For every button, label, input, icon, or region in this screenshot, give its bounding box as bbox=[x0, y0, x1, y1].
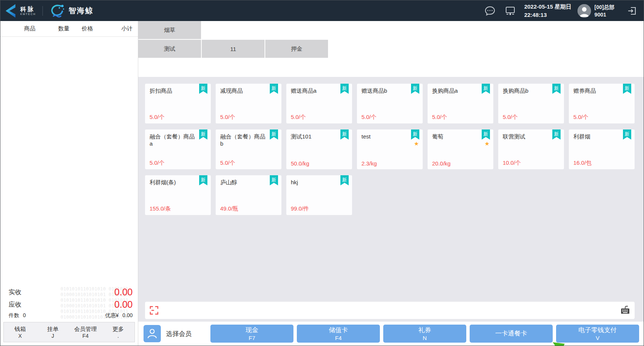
cart-column-headers: 商品 数量 价格 小计 bbox=[0, 21, 138, 37]
product-name: 减现商品 bbox=[220, 87, 277, 94]
product-card[interactable]: 融合（套餐）商品b 新 ★ 5.0/个 bbox=[216, 129, 281, 169]
product-card[interactable]: 利群烟(条) 新 ★ 155.0/条 bbox=[145, 175, 211, 215]
catalog-panel: 烟草 测试 11 押金 折扣商品 新 ★ 5.0/个 减现商品 新 ★ 5.0/… bbox=[138, 21, 644, 346]
product-name: 融合（套餐）商品b bbox=[220, 133, 277, 147]
payment-label: 现金 bbox=[246, 326, 259, 334]
category-tab-label: 11 bbox=[230, 46, 236, 52]
product-price: 49.0/瓶 bbox=[220, 205, 238, 212]
user-id: 9001 bbox=[594, 11, 614, 18]
received-label: 实收 bbox=[9, 288, 21, 296]
payment-shortcut: F4 bbox=[335, 334, 342, 341]
product-card[interactable]: 葡萄 新 ★ 20.0/kg bbox=[428, 129, 493, 169]
cart-action-button[interactable]: 更多 . bbox=[102, 322, 135, 342]
payment-button[interactable]: 现金 F7 bbox=[210, 325, 293, 343]
display-icon[interactable] bbox=[505, 6, 516, 16]
payment-footer: 选择会员 现金 F7 储值卡 F4 礼券 N 一卡通餐卡 电子零钱支付 V bbox=[138, 322, 644, 346]
product-price: 5.0/个 bbox=[573, 114, 588, 121]
cart-action-button[interactable]: 会员管理 F4 bbox=[69, 322, 102, 342]
date-text: 2022-05-15 星期日 bbox=[524, 3, 571, 11]
count-value: 0 bbox=[23, 312, 26, 318]
whale-logo-icon bbox=[49, 3, 66, 18]
category-tab-label: 烟草 bbox=[164, 27, 175, 34]
topbar: 科脉 KMTECH 智海鲸 bbox=[0, 0, 644, 21]
payment-button[interactable]: 礼券 N bbox=[383, 325, 466, 343]
logout-icon[interactable] bbox=[627, 6, 637, 16]
action-shortcut: X bbox=[18, 332, 22, 339]
category-tab-label: 测试 bbox=[164, 45, 175, 53]
product-card[interactable]: 测试101 新 ★ 50.0/kg bbox=[286, 129, 352, 169]
product-price: 5.0/个 bbox=[291, 114, 306, 121]
product-card[interactable]: 联营测试 新 ★ 10.0/个 bbox=[498, 129, 564, 169]
product-price: 5.0/个 bbox=[503, 114, 518, 121]
barcode-input[interactable] bbox=[162, 302, 617, 319]
product-name: 折扣商品 bbox=[150, 87, 206, 94]
cart-panel: 商品 数量 价格 小计 0101010110101010 0101011 010… bbox=[0, 21, 138, 346]
product-card[interactable]: test 新 ★ 2.3/kg bbox=[357, 129, 423, 169]
cart-action-button[interactable]: 挂单 J bbox=[36, 322, 69, 342]
product-name-logo: 智海鲸 bbox=[69, 6, 94, 16]
product-name: 赠送商品b bbox=[361, 87, 418, 94]
product-price: 5.0/个 bbox=[361, 114, 376, 121]
payment-label: 储值卡 bbox=[329, 326, 348, 334]
cart-summary: 0101010110101010 0101011 010001010101010… bbox=[0, 285, 138, 320]
action-label: 钱箱 bbox=[15, 325, 26, 332]
kmtech-subtext: KMTECH bbox=[20, 12, 36, 16]
time-text: 22:48:13 bbox=[524, 11, 571, 19]
action-label: 会员管理 bbox=[74, 325, 97, 332]
product-name: 测试101 bbox=[291, 133, 348, 140]
product-name: hkj bbox=[291, 179, 348, 186]
product-price: 5.0/个 bbox=[150, 114, 165, 121]
cart-action-button[interactable]: 钱箱 X bbox=[4, 322, 36, 342]
pos-app: 科脉 KMTECH 智海鲸 bbox=[0, 0, 644, 346]
product-card[interactable]: 庐山醇 新 ★ 49.0/瓶 bbox=[216, 175, 281, 215]
product-price: 5.0/个 bbox=[150, 159, 165, 167]
category-tab-label: 押金 bbox=[291, 45, 302, 53]
action-shortcut: J bbox=[51, 332, 54, 339]
tabs-gap bbox=[138, 58, 644, 77]
product-price: 20.0/kg bbox=[432, 160, 450, 167]
product-card[interactable]: 减现商品 新 ★ 5.0/个 bbox=[216, 84, 281, 123]
category-tabs-row2: 测试 11 押金 bbox=[138, 40, 644, 58]
category-tab[interactable]: 测试 bbox=[138, 40, 201, 58]
product-price: 5.0/个 bbox=[432, 114, 447, 121]
star-icon: ★ bbox=[485, 141, 490, 146]
product-card[interactable]: 赠送商品b 新 ★ 5.0/个 bbox=[357, 84, 423, 123]
product-card[interactable]: hkj 新 ★ 99.0/件 bbox=[286, 175, 352, 215]
product-card[interactable]: 利群烟 新 ★ 16.0/包 bbox=[569, 129, 635, 169]
product-name: 赠送商品a bbox=[291, 87, 348, 94]
category-tabs-row1: 烟草 bbox=[138, 21, 644, 39]
product-card[interactable]: 折扣商品 新 ★ 5.0/个 bbox=[145, 84, 211, 123]
product-card[interactable]: 换购商品b 新 ★ 5.0/个 bbox=[498, 84, 564, 123]
payment-button[interactable]: 一卡通餐卡 bbox=[470, 325, 553, 343]
action-shortcut: . bbox=[118, 332, 119, 339]
select-member-button[interactable] bbox=[144, 325, 161, 342]
person-icon bbox=[147, 328, 158, 340]
product-name: 葡萄 bbox=[432, 133, 489, 140]
avatar[interactable] bbox=[577, 4, 591, 18]
product-price: 2.3/kg bbox=[361, 160, 377, 167]
datetime: 2022-05-15 星期日 22:48:13 bbox=[524, 3, 571, 19]
product-card[interactable]: 赠送商品a 新 ★ 5.0/个 bbox=[286, 84, 352, 123]
product-price: 50.0/kg bbox=[291, 160, 309, 167]
product-card[interactable]: 赠券商品 新 ★ 5.0/个 bbox=[569, 84, 635, 123]
action-shortcut: F4 bbox=[82, 332, 88, 339]
chat-icon[interactable] bbox=[484, 6, 496, 16]
product-card[interactable]: 换购商品a 新 ★ 5.0/个 bbox=[428, 84, 493, 123]
payment-shortcut: F7 bbox=[249, 334, 255, 341]
payment-button[interactable]: 电子零钱支付 V bbox=[556, 325, 639, 343]
category-tab[interactable]: 烟草 bbox=[138, 21, 201, 39]
cart-item-list[interactable] bbox=[0, 37, 138, 285]
category-tab[interactable]: 押金 bbox=[265, 40, 328, 58]
products-grid: 折扣商品 新 ★ 5.0/个 减现商品 新 ★ 5.0/个 赠送商品a 新 ★ … bbox=[145, 84, 635, 215]
select-member-label[interactable]: 选择会员 bbox=[166, 329, 202, 338]
keyboard-icon[interactable] bbox=[620, 305, 631, 316]
product-name: 换购商品a bbox=[432, 87, 489, 94]
category-tab[interactable]: 11 bbox=[202, 40, 265, 58]
product-card[interactable]: 融合（套餐）商品a 新 ★ 5.0/个 bbox=[145, 129, 211, 169]
payment-shortcut: V bbox=[596, 334, 599, 341]
kemai-logo-icon bbox=[3, 3, 18, 19]
main-area: 商品 数量 价格 小计 0101010110101010 0101011 010… bbox=[0, 21, 644, 346]
payment-button[interactable]: 储值卡 F4 bbox=[297, 325, 380, 343]
product-name: 赠券商品 bbox=[573, 87, 630, 94]
product-price: 16.0/包 bbox=[573, 159, 591, 167]
